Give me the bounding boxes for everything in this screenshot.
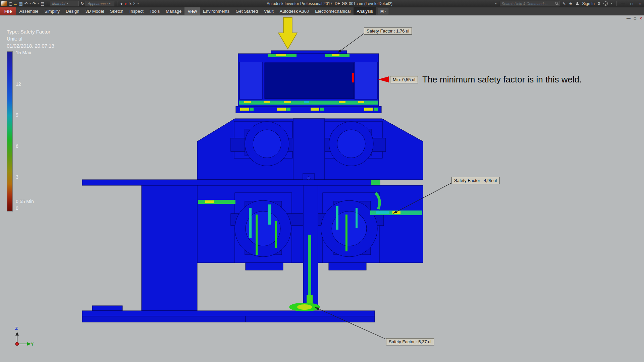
legend-tick-label: 12 xyxy=(16,81,21,87)
user-icon[interactable] xyxy=(576,2,579,5)
toolbar-separator xyxy=(117,1,117,6)
result-unit-label: Unit: ul xyxy=(7,35,54,42)
quick-access-toolbar: ▢ ▱ ▦ ↶ ▾ ↷ ▾ ▤ Material ▾ ↻ Appearance … xyxy=(1,1,139,6)
search-icon[interactable] xyxy=(555,2,558,5)
tab-view[interactable]: View xyxy=(184,7,200,15)
document-title: DE-GS-001.iam (LevelofDetail2) xyxy=(335,1,392,6)
panel-expand-icon[interactable]: ▸ xyxy=(495,2,497,5)
save-icon[interactable]: ▦ xyxy=(19,1,23,6)
tab-get-started[interactable]: Get Started xyxy=(233,7,261,15)
sum-icon[interactable]: Σ xyxy=(133,1,136,6)
min-pointer-arrow xyxy=(378,76,389,82)
legend-min-label: 0,55 Min xyxy=(16,199,34,204)
chevron-down-icon: ▾ xyxy=(109,2,110,5)
close-button[interactable]: × xyxy=(637,1,643,6)
min-safety-factor-callout[interactable]: Min: 0,55 ul xyxy=(390,76,418,83)
help-icon[interactable]: ? xyxy=(603,1,608,6)
select-sphere-icon[interactable]: ● xyxy=(120,1,122,6)
doc-restore-button[interactable]: □ xyxy=(634,16,636,21)
result-timestamp: 01/02/2018, 20:07:13 xyxy=(7,42,54,49)
fea-model xyxy=(82,51,423,322)
tab-electromechanical[interactable]: Electromechanical xyxy=(312,7,354,15)
parameters-fx-icon[interactable]: fx xyxy=(128,1,131,6)
favorites-star-icon[interactable]: ★ xyxy=(569,1,573,6)
pen-icon[interactable]: ✎ xyxy=(562,1,566,6)
toolbar-separator xyxy=(47,1,47,6)
tab-inspect[interactable]: Inspect xyxy=(126,7,147,15)
document-window-controls: — □ × xyxy=(627,16,642,21)
tab-analysis[interactable]: Analysis xyxy=(354,7,376,15)
doc-minimize-button[interactable]: — xyxy=(627,16,631,21)
tab-vault[interactable]: Vault xyxy=(261,7,277,15)
help-dropdown-icon[interactable]: ▾ xyxy=(611,2,612,5)
tab-design[interactable]: Design xyxy=(63,7,82,15)
chevron-down-icon: ▾ xyxy=(385,10,386,13)
tab-tools[interactable]: Tools xyxy=(147,7,163,15)
tab-simplify[interactable]: Simplify xyxy=(41,7,63,15)
legend-tick-label: 9 xyxy=(16,112,18,118)
visual-style-icon: ▣ xyxy=(380,9,384,13)
update-icon[interactable]: ↻ xyxy=(80,1,84,6)
exchange-apps-icon[interactable]: X xyxy=(598,1,600,6)
tab-autodesk-a360[interactable]: Autodesk A360 xyxy=(277,7,312,15)
ribbon-tab-bar: File Assemble Simplify Design 3D Model S… xyxy=(0,7,644,15)
doc-close-button[interactable]: × xyxy=(640,16,642,21)
tab-3d-model[interactable]: 3D Model xyxy=(82,7,107,15)
tab-environments[interactable]: Environments xyxy=(200,7,232,15)
chevron-down-icon: ▾ xyxy=(67,2,68,5)
legend-max-label: 15 Max xyxy=(16,50,31,55)
toolbar-separator xyxy=(616,1,616,6)
triad-z-label: Z xyxy=(15,326,18,331)
tab-sketch[interactable]: Sketch xyxy=(107,7,126,15)
tab-file[interactable]: File xyxy=(0,7,16,15)
result-type-label: Type: Safety Factor xyxy=(7,28,54,35)
appearance-dropdown-label: Appearance xyxy=(88,2,107,6)
color-scale-legend: 15 Max 12 9 6 3 0,55 Min 0 xyxy=(7,51,47,212)
material-dropdown[interactable]: Material ▾ xyxy=(50,1,79,6)
result-info-block: Type: Safety Factor Unit: ul 01/02/2018,… xyxy=(7,28,54,49)
inventor-logo-icon[interactable] xyxy=(1,1,7,6)
ribbon-style-dropdown[interactable]: ▣ ▾ xyxy=(378,8,388,14)
window-title: Autodesk Inventor Professional 2017 DE-G… xyxy=(267,0,392,7)
print-icon[interactable]: ▤ xyxy=(41,1,44,6)
legend-tick-label: 6 xyxy=(16,143,18,149)
coordinate-triad xyxy=(15,332,31,346)
toolbar-overflow-icon[interactable]: ▾ xyxy=(138,2,139,5)
safety-factor-callout-495[interactable]: Safety Factor : 4,95 ul xyxy=(451,177,499,184)
maximize-button[interactable]: □ xyxy=(629,1,634,6)
redo-dropdown-icon[interactable]: ▾ xyxy=(38,2,39,5)
triad-y-label: Y xyxy=(31,342,34,347)
appearance-dropdown[interactable]: Appearance ▾ xyxy=(86,1,114,6)
new-file-icon[interactable]: ▢ xyxy=(9,1,12,6)
safety-factor-callout-537[interactable]: Safety Factor : 5,37 ul xyxy=(386,338,434,345)
app-title: Autodesk Inventor Professional 2017 xyxy=(267,1,332,6)
undo-dropdown-icon[interactable]: ▾ xyxy=(30,2,31,5)
viewport-3d-canvas[interactable] xyxy=(0,0,644,362)
tab-manage[interactable]: Manage xyxy=(163,7,184,15)
safety-factor-callout-176[interactable]: Safety Factor : 1,76 ul xyxy=(364,27,412,35)
tab-assemble[interactable]: Assemble xyxy=(16,7,41,15)
minimize-button[interactable]: — xyxy=(621,1,626,6)
undo-icon[interactable]: ↶ xyxy=(24,1,28,6)
legend-gradient-bar xyxy=(7,51,13,212)
redo-icon[interactable]: ↷ xyxy=(33,1,36,6)
force-arrow-glyph xyxy=(278,17,297,49)
sign-in-link[interactable]: Sign In xyxy=(582,1,595,6)
material-sphere-icon[interactable]: ● xyxy=(124,1,127,6)
title-bar: ▢ ▱ ▦ ↶ ▾ ↷ ▾ ▤ Material ▾ ↻ Appearance … xyxy=(0,0,644,7)
legend-zero-label: 0 xyxy=(16,205,18,211)
open-folder-icon[interactable]: ▱ xyxy=(14,1,17,6)
search-input[interactable] xyxy=(500,1,559,6)
weld-note-text: The minimum safety factor is in this wel… xyxy=(422,74,582,85)
material-dropdown-label: Material xyxy=(52,2,65,6)
legend-tick-label: 3 xyxy=(16,174,18,180)
